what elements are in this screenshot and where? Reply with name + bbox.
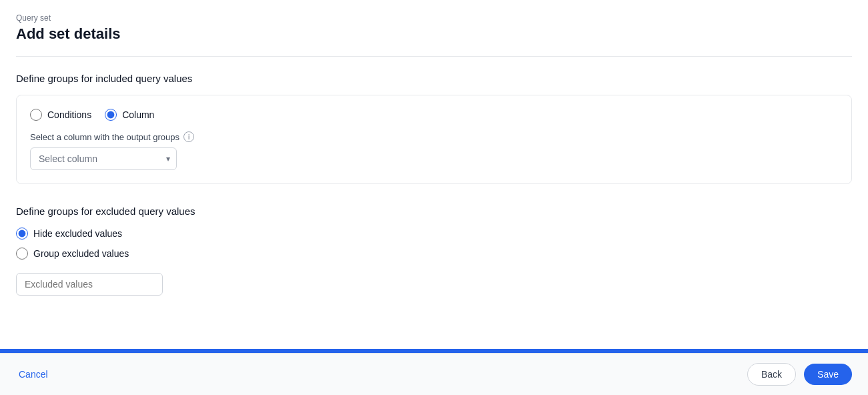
hide-excluded-radio[interactable] — [16, 228, 28, 240]
conditions-label: Conditions — [47, 109, 91, 120]
main-content: Query set Add set details Define groups … — [0, 0, 868, 349]
excluded-values-input[interactable] — [16, 273, 163, 296]
column-field-label: Select a column with the output groups i — [30, 131, 838, 142]
column-label: Column — [122, 109, 154, 120]
footer-right: Back Save — [747, 363, 852, 386]
info-icon[interactable]: i — [183, 131, 194, 142]
conditions-radio[interactable] — [30, 109, 42, 121]
excluded-section-title: Define groups for excluded query values — [16, 206, 852, 217]
hide-excluded-radio-row[interactable]: Hide excluded values — [16, 228, 852, 240]
included-radio-group: Conditions Column — [30, 109, 838, 121]
column-radio[interactable] — [105, 109, 117, 121]
group-excluded-radio[interactable] — [16, 248, 28, 260]
footer: Cancel Back Save — [0, 353, 868, 395]
included-card: Conditions Column Select a column with t… — [16, 95, 852, 184]
hide-excluded-label: Hide excluded values — [33, 228, 122, 239]
conditions-radio-item[interactable]: Conditions — [30, 109, 91, 121]
breadcrumb: Query set — [16, 13, 852, 23]
excluded-section: Define groups for excluded query values … — [16, 206, 852, 296]
back-button[interactable]: Back — [747, 363, 796, 386]
divider — [16, 56, 852, 57]
group-excluded-radio-row[interactable]: Group excluded values — [16, 248, 852, 260]
included-section: Define groups for included query values … — [16, 73, 852, 184]
column-select-wrapper: Select column ▾ — [30, 147, 177, 170]
included-section-title: Define groups for included query values — [16, 73, 852, 84]
column-select[interactable]: Select column — [30, 147, 177, 170]
column-radio-item[interactable]: Column — [105, 109, 154, 121]
save-button[interactable]: Save — [804, 364, 852, 385]
cancel-button[interactable]: Cancel — [16, 364, 51, 385]
group-excluded-label: Group excluded values — [33, 248, 129, 259]
page-title: Add set details — [16, 25, 852, 43]
